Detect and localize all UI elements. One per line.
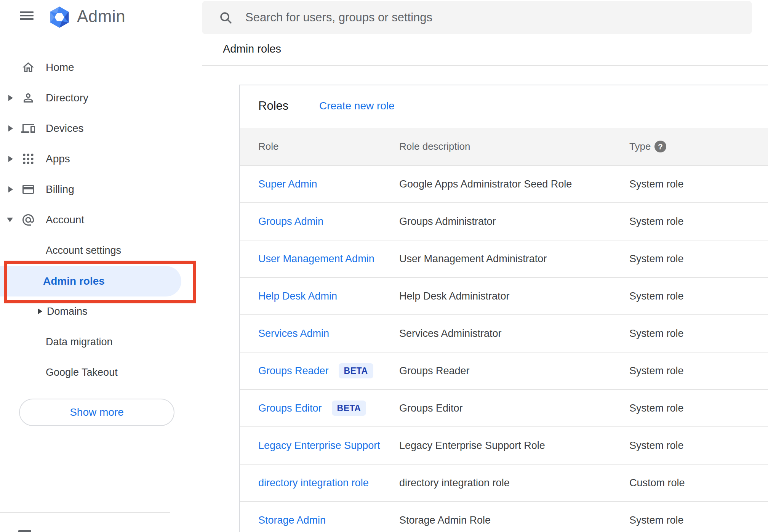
table-row: Legacy Enterprise Support Legacy Enterpr… bbox=[240, 426, 768, 464]
role-type: System role bbox=[629, 166, 684, 202]
role-type: System role bbox=[629, 427, 684, 464]
sidebar-item-account-settings[interactable]: Account settings bbox=[0, 238, 170, 263]
role-type: System role bbox=[629, 353, 684, 389]
role-description: Google Apps Administrator Seed Role bbox=[399, 166, 572, 202]
search-input[interactable]: Search for users, groups or settings bbox=[202, 1, 752, 34]
role-description: Groups Administrator bbox=[399, 203, 496, 240]
role-description: User Management Administrator bbox=[399, 240, 547, 277]
search-placeholder: Search for users, groups or settings bbox=[245, 1, 432, 34]
sidebar-item-devices[interactable]: Devices bbox=[0, 116, 170, 141]
app-title: Admin bbox=[77, 5, 125, 28]
roles-card-header: Roles Create new role bbox=[240, 85, 768, 128]
role-link[interactable]: Storage Admin bbox=[258, 502, 326, 532]
table-row: Help Desk Admin Help Desk Administrator … bbox=[240, 277, 768, 314]
sidebar-item-label: Admin roles bbox=[43, 275, 105, 287]
chevron-right-icon[interactable] bbox=[8, 125, 13, 131]
admin-logo-icon bbox=[48, 6, 71, 28]
column-header-role-description: Role description bbox=[399, 128, 470, 165]
table-row: Groups Editor BETA Groups Editor System … bbox=[240, 389, 768, 426]
role-type: System role bbox=[629, 390, 684, 426]
sidebar-divider bbox=[0, 512, 170, 513]
search-icon bbox=[219, 11, 232, 24]
chevron-right-icon[interactable] bbox=[8, 186, 13, 192]
sidebar-item-directory[interactable]: Directory bbox=[0, 86, 170, 110]
role-link[interactable]: Help Desk Admin bbox=[258, 278, 337, 314]
hamburger-menu-icon[interactable] bbox=[20, 11, 34, 21]
sidebar-item-billing[interactable]: Billing bbox=[0, 177, 170, 202]
roles-table-body: Super Admin Google Apps Administrator Se… bbox=[240, 165, 768, 532]
sidebar-item-domains[interactable]: Domains bbox=[0, 299, 170, 324]
role-link[interactable]: Groups Reader bbox=[258, 353, 329, 389]
admin-console-page: Admin Search for users, groups or settin… bbox=[0, 0, 768, 532]
role-type: System role bbox=[629, 502, 684, 532]
credit-card-icon bbox=[21, 183, 35, 196]
role-type: System role bbox=[629, 203, 684, 240]
sidebar-item-account[interactable]: Account bbox=[0, 208, 170, 232]
role-description: Services Administrator bbox=[399, 315, 502, 352]
sidebar-item-apps[interactable]: Apps bbox=[0, 147, 170, 171]
role-description: Groups Reader bbox=[399, 353, 470, 389]
beta-badge: BETA bbox=[339, 363, 373, 378]
sidebar-item-data-migration[interactable]: Data migration bbox=[0, 330, 170, 354]
sidebar-item-label: Home bbox=[46, 61, 74, 74]
sidebar-item-label: Data migration bbox=[46, 336, 113, 348]
beta-badge: BETA bbox=[332, 401, 366, 416]
devices-icon bbox=[21, 122, 35, 135]
role-type: Custom role bbox=[629, 465, 685, 501]
show-more-button[interactable]: Show more bbox=[19, 399, 174, 426]
table-header-row: Role Role description Type ? bbox=[240, 128, 768, 165]
role-type: System role bbox=[629, 315, 684, 352]
breadcrumb: Admin roles bbox=[223, 40, 281, 58]
role-link[interactable]: Super Admin bbox=[258, 166, 317, 202]
help-icon[interactable]: ? bbox=[654, 141, 666, 152]
sidebar-item-home[interactable]: Home bbox=[0, 55, 170, 80]
sidebar-item-label: Google Takeout bbox=[46, 367, 118, 378]
chevron-right-icon[interactable] bbox=[8, 95, 13, 101]
role-link[interactable]: directory integration role bbox=[258, 465, 369, 501]
sidebar-item-label: Domains bbox=[47, 306, 88, 317]
sidebar-item-label: Account bbox=[46, 214, 84, 226]
sidebar-item-label: Billing bbox=[46, 183, 74, 195]
chevron-right-icon[interactable] bbox=[8, 156, 13, 162]
table-row: Super Admin Google Apps Administrator Se… bbox=[240, 165, 768, 202]
role-link[interactable]: User Management Admin bbox=[258, 240, 374, 277]
sidebar-item-admin-roles[interactable]: Admin roles bbox=[0, 266, 181, 296]
home-icon bbox=[21, 61, 35, 74]
apps-grid-icon bbox=[21, 152, 35, 166]
roles-card: Roles Create new role Role Role descript… bbox=[239, 85, 768, 532]
role-link[interactable]: Legacy Enterprise Support bbox=[258, 427, 380, 464]
role-description: Storage Admin Role bbox=[399, 502, 491, 532]
table-row: Groups Admin Groups Administrator System… bbox=[240, 202, 768, 240]
card-title: Roles bbox=[258, 85, 288, 127]
create-new-role-link[interactable]: Create new role bbox=[319, 85, 395, 127]
chevron-right-icon[interactable] bbox=[38, 308, 42, 314]
clipped-sidebar-icon bbox=[18, 530, 31, 532]
role-description: directory integration role bbox=[399, 465, 510, 501]
role-description: Legacy Enterprise Support Role bbox=[399, 427, 545, 464]
column-header-type: Type bbox=[629, 128, 651, 165]
column-header-role: Role bbox=[258, 128, 278, 165]
role-description: Groups Editor bbox=[399, 390, 463, 426]
sidebar-item-google-takeout[interactable]: Google Takeout bbox=[0, 360, 170, 385]
sidebar-item-label: Apps bbox=[46, 153, 70, 165]
content-divider bbox=[202, 65, 768, 66]
person-icon bbox=[21, 91, 35, 105]
role-link[interactable]: Groups Editor bbox=[258, 390, 322, 426]
role-type: System role bbox=[629, 240, 684, 277]
table-row: directory integration role directory int… bbox=[240, 464, 768, 501]
role-type: System role bbox=[629, 278, 684, 314]
table-row: Groups Reader BETA Groups Reader System … bbox=[240, 352, 768, 389]
chevron-down-icon[interactable] bbox=[7, 218, 13, 222]
role-link[interactable]: Services Admin bbox=[258, 315, 329, 352]
sidebar-item-label: Account settings bbox=[46, 245, 121, 256]
table-row: Services Admin Services Administrator Sy… bbox=[240, 314, 768, 352]
at-sign-icon bbox=[21, 213, 35, 227]
table-row: User Management Admin User Management Ad… bbox=[240, 240, 768, 277]
sidebar-item-label: Directory bbox=[46, 92, 88, 104]
role-link[interactable]: Groups Admin bbox=[258, 203, 323, 240]
role-description: Help Desk Administrator bbox=[399, 278, 510, 314]
sidebar-item-label: Devices bbox=[46, 122, 84, 135]
table-row: Storage Admin Storage Admin Role System … bbox=[240, 501, 768, 532]
